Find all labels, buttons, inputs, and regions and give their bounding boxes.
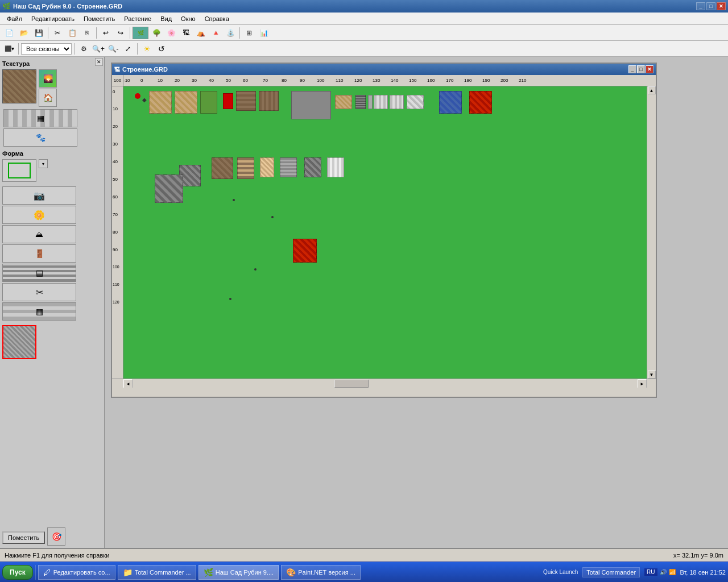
menu-edit[interactable]: Редактировать [27, 14, 79, 23]
lang-indicator: RU [644, 568, 657, 576]
save-button[interactable]: 💾 [32, 27, 46, 39]
place-icon[interactable]: 🎯 [47, 527, 65, 546]
tool3-button[interactable]: 🔺 [209, 27, 222, 39]
copy-button[interactable]: 📋 [65, 27, 79, 39]
dropdown-shape[interactable]: ▾ [39, 159, 48, 168]
texture-row: 🌄 🏠 [2, 69, 102, 107]
ruler-vertical: 0 10 20 30 40 50 60 70 80 90 100 110 [112, 86, 123, 379]
fence-icon[interactable]: ▦ [3, 109, 77, 127]
zoom-fit-button[interactable]: ⤢ [121, 43, 135, 55]
canvas-area: 100 -10 0 10 20 30 40 50 [112, 75, 656, 388]
canvas[interactable]: ◆ [123, 86, 647, 379]
bottom-panel: Поместить 🎯 [2, 527, 102, 546]
taskbar-paint-label: Paint.NET версия ... [298, 569, 355, 576]
taskbar-item-paint[interactable]: 🎨 Paint.NET версия ... [281, 565, 361, 580]
taskbar-right: Quick Launch Total Commander RU 🔊 📶 Вт, … [543, 567, 726, 577]
maximize-button[interactable]: □ [706, 2, 715, 10]
sep-5 [18, 43, 19, 55]
tool1-button[interactable]: 🏗 [179, 27, 193, 39]
reset-button[interactable]: ↺ [155, 43, 168, 55]
tool2-button[interactable]: ⛺ [194, 27, 208, 39]
shape-preview[interactable] [2, 159, 36, 182]
taskbar-commander-label: Total Commander ... [135, 569, 191, 576]
zoom-in-button[interactable]: 🔍+ [92, 43, 105, 55]
inner-controls: _ □ ✕ [628, 65, 653, 73]
tool4-button[interactable]: ⛲ [224, 27, 237, 39]
menu-place[interactable]: Поместить [79, 14, 119, 23]
sep-1 [48, 27, 48, 39]
left-panel: ✕ Текстура 🌄 🏠 ▦ 🐾 Форма ▾ 📷 [0, 57, 105, 548]
zoom-out-button[interactable]: 🔍- [106, 43, 120, 55]
ruler-horizontal: -10 0 10 20 30 40 50 60 70 80 90 [123, 75, 656, 86]
camera-icon[interactable]: 📷 [2, 186, 76, 205]
right-icons: 🌄 🏠 [39, 69, 57, 107]
inner-title-bar: 🏗 Строение.GRD _ □ ✕ [112, 64, 656, 75]
grid-button[interactable]: ⊞ [242, 27, 256, 39]
taskbar-commander-icon: 📁 [123, 568, 133, 577]
taskbar-item-garden[interactable]: 🌿 Наш Сад Рубин 9.... [198, 565, 279, 580]
new-button[interactable]: 📄 [2, 27, 16, 39]
sys-tray: RU 🔊 📶 [644, 568, 675, 576]
select-button[interactable]: ⬛▾ [2, 43, 16, 55]
content-area: 🏗 Строение.GRD _ □ ✕ 100 [105, 57, 728, 548]
table-button[interactable]: 📊 [257, 27, 271, 39]
toolbar-2: ⬛▾ Все сезоны ⚙ 🔍+ 🔍- ⤢ ☀ ↺ [0, 41, 728, 57]
menu-plant[interactable]: Растение [119, 14, 156, 23]
texture-preview[interactable] [2, 69, 36, 103]
taskbar-item-commander[interactable]: 📁 Total Commander ... [118, 565, 196, 580]
menu-view[interactable]: Вид [156, 14, 176, 23]
shape-label: Форма [2, 150, 102, 157]
icons-column-1: ▦ 🐾 [3, 109, 102, 147]
menu-help[interactable]: Справка [200, 14, 234, 23]
scroll-up-button[interactable]: ▲ [648, 86, 656, 94]
texture-preview2[interactable] [2, 325, 36, 359]
inner-maximize[interactable]: □ [637, 65, 645, 73]
scroll-left-button[interactable]: ◄ [123, 379, 133, 388]
inner-close[interactable]: ✕ [646, 65, 653, 73]
house-icon[interactable]: 🏠 [39, 89, 57, 107]
flower2-icon[interactable]: 🌼 [2, 206, 76, 224]
menu-window[interactable]: Окно [176, 14, 200, 23]
rect-shape [8, 163, 31, 178]
paste-button[interactable]: ⎘ [80, 27, 94, 39]
taskbar-sep-1 [35, 565, 36, 580]
texture-label: Текстура [2, 60, 102, 67]
start-button[interactable]: Пуск [2, 565, 33, 580]
coords-text: x= 32.1m y= 9.0m [673, 552, 723, 559]
landscape-icon[interactable]: 🌄 [39, 69, 57, 88]
taskbar-garden-icon: 🌿 [204, 568, 213, 577]
stripe-icon[interactable]: ▤ [2, 264, 76, 282]
panel-close-button[interactable]: ✕ [95, 58, 103, 66]
tree-button[interactable]: 🌳 [150, 27, 163, 39]
scroll-down-button[interactable]: ▼ [648, 371, 656, 379]
minimize-button[interactable]: _ [696, 2, 705, 10]
menu-file[interactable]: Файл [2, 14, 27, 23]
clock: Вт, 18 сен 21:52 [680, 569, 726, 576]
wall-icon[interactable]: ▦ [2, 302, 76, 321]
flower-button[interactable]: 🌸 [164, 27, 178, 39]
rock-icon[interactable]: ⛰ [2, 225, 76, 243]
scrollbar-vertical[interactable]: ▲ ▼ [647, 86, 656, 379]
inner-minimize[interactable]: _ [628, 65, 636, 73]
tool-icons: 📷 🌼 ⛰ 🚪 ▤ ✂ ▦ [2, 186, 102, 321]
inner-window: 🏗 Строение.GRD _ □ ✕ 100 [111, 63, 657, 398]
cross-icon[interactable]: ✂ [2, 283, 76, 301]
path-icon[interactable]: 🐾 [3, 128, 77, 147]
scroll-right-button[interactable]: ► [638, 379, 647, 388]
taskbar-edit-label: Редактировать со... [53, 569, 110, 576]
close-button[interactable]: ✕ [717, 2, 726, 10]
speaker-icon: 🔊 [660, 569, 667, 575]
taskbar-item-edit[interactable]: 🖊 Редактировать со... [38, 565, 115, 580]
grass-button[interactable]: 🌿 [133, 27, 148, 39]
place-button[interactable]: Поместить [2, 531, 45, 544]
hint-text: Нажмите F1 для получения справки [5, 552, 109, 559]
settings-button[interactable]: ⚙ [77, 43, 90, 55]
gate-icon[interactable]: 🚪 [2, 244, 76, 263]
redo-button[interactable]: ↪ [114, 27, 127, 39]
undo-button[interactable]: ↩ [99, 27, 113, 39]
total-commander-label[interactable]: Total Commander [582, 567, 640, 577]
cut-button[interactable]: ✂ [51, 27, 64, 39]
open-button[interactable]: 📂 [17, 27, 31, 39]
sun-button[interactable]: ☀ [140, 43, 154, 55]
season-dropdown[interactable]: Все сезоны [21, 43, 72, 55]
